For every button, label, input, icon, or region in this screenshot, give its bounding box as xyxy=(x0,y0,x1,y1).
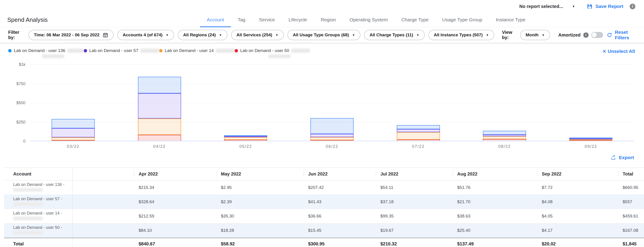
table-row[interactable]: Lab on Demand - user 57 -$328.64$2.39$41… xyxy=(4,195,644,209)
export-button[interactable]: Export xyxy=(610,155,634,160)
value-cell: $54.11 xyxy=(376,181,453,195)
chevron-down-icon: ▼ xyxy=(542,33,545,37)
total-value-cell: $300.95 xyxy=(304,238,376,247)
reset-filters-button[interactable]: Reset Filters xyxy=(607,29,636,40)
legend-label: Lab on Demand - user 57 xyxy=(89,48,138,53)
spacer-cell xyxy=(72,238,134,247)
bar-segment-lab-on-demand-user-14[interactable] xyxy=(310,137,354,140)
bar-segment-lab-on-demand-user-50[interactable] xyxy=(138,135,181,141)
view-by-value: Month xyxy=(526,32,538,37)
table-row[interactable]: Lab on Demand - user 50 -$84.10$18.28$15… xyxy=(4,223,644,238)
unselect-all-label: Unselect All xyxy=(608,49,635,54)
stacked-bar-08-22[interactable] xyxy=(483,131,526,141)
info-icon[interactable]: i xyxy=(583,32,588,38)
col-header-aug-2022[interactable]: Aug 2022 xyxy=(453,168,537,181)
legend-item-lab-on-demand-user-136[interactable]: Lab on Demand - user 136 xyxy=(8,48,84,58)
spacer-cell xyxy=(72,223,134,238)
filter-by-label: Filter by: xyxy=(8,30,24,40)
title-bar: Spend Analysis AccountTagServiceLifecycl… xyxy=(0,13,644,27)
col-header-sep-2022[interactable]: Sep 2022 xyxy=(537,168,618,181)
bar-segment-lab-on-demand-user-136[interactable] xyxy=(310,118,354,134)
bar-slot-03-22 xyxy=(30,64,116,141)
stacked-bar-03-22[interactable] xyxy=(52,119,95,141)
tab-charge-type[interactable]: Charge Type xyxy=(394,13,436,27)
view-by-dropdown[interactable]: Month ▼ xyxy=(520,30,550,40)
filter-pill-label: All Services (254) xyxy=(236,32,272,37)
col-header-jul-2022[interactable]: Jul 2022 xyxy=(376,168,453,181)
legend-item-lab-on-demand-user-14[interactable]: Lab on Demand - user 14 xyxy=(159,48,234,58)
col-header-jun-2022[interactable]: Jun 2022 xyxy=(304,168,376,181)
bar-segment-lab-on-demand-user-136[interactable] xyxy=(483,131,526,135)
legend-entry: Lab on Demand - user 57 xyxy=(84,48,159,53)
value-cell: $36.66 xyxy=(304,209,376,223)
table-row[interactable]: Lab on Demand - user 14 -$212.59$35.30$3… xyxy=(4,209,644,223)
report-selector-dropdown[interactable]: No report selected... ▼ xyxy=(519,4,575,9)
tab-account[interactable]: Account xyxy=(200,13,231,27)
bar-segment-lab-on-demand-user-57[interactable] xyxy=(310,134,354,137)
chart-legend: Lab on Demand - user 136Lab on Demand - … xyxy=(0,44,644,59)
info-icon[interactable]: i xyxy=(630,4,635,9)
legend-item-lab-on-demand-user-57[interactable]: Lab on Demand - user 57 xyxy=(84,48,159,58)
y-tick-label: $250 xyxy=(16,120,26,124)
value-cell: $37.18 xyxy=(376,195,453,209)
legend-item-lab-on-demand-user-50[interactable]: Lab on Demand - user 50 xyxy=(234,48,310,58)
total-value-cell: $210.32 xyxy=(376,238,453,247)
redacted-text xyxy=(13,202,43,206)
bar-segment-lab-on-demand-user-57[interactable] xyxy=(397,129,440,132)
col-header-spacer xyxy=(72,168,134,181)
value-cell: $99.35 xyxy=(376,209,453,223)
col-header-may-2022[interactable]: May 2022 xyxy=(216,168,304,181)
bar-segment-lab-on-demand-user-57[interactable] xyxy=(483,135,526,136)
redacted-text xyxy=(13,188,43,192)
save-report-button[interactable]: Save Report xyxy=(587,3,623,9)
bar-segment-lab-on-demand-user-14[interactable] xyxy=(397,132,440,140)
col-header-account[interactable]: Account xyxy=(4,168,72,181)
table-total-row: Total $840.67$58.92$300.95$210.32$137.49… xyxy=(4,238,644,247)
bar-segment-lab-on-demand-user-136[interactable] xyxy=(138,77,181,93)
filter-pill-all-services-254[interactable]: All Services (254)▼ xyxy=(231,30,284,40)
tab-tag[interactable]: Tag xyxy=(231,13,252,27)
filter-pill-all-regions-24[interactable]: All Regions (24)▼ xyxy=(178,30,227,40)
legend-items: Lab on Demand - user 136Lab on Demand - … xyxy=(8,48,310,58)
export-icon xyxy=(610,155,616,160)
tab-region[interactable]: Region xyxy=(314,13,343,27)
col-header-apr-2022[interactable]: Apr 2022 xyxy=(134,168,216,181)
spacer-cell xyxy=(72,181,134,195)
x-tick-label: 09/22 xyxy=(548,144,634,149)
stacked-bar-07-22[interactable] xyxy=(397,125,440,141)
filter-pill-accounts-4-of-674[interactable]: Accounts 4 (of 674)▼ xyxy=(117,30,174,40)
tab-service[interactable]: Service xyxy=(252,13,282,27)
bar-segment-lab-on-demand-user-14[interactable] xyxy=(138,119,181,135)
stacked-bar-06-22[interactable] xyxy=(310,118,354,141)
filter-pill-all-usage-type-groups-68[interactable]: All Usage Type Groups (68)▼ xyxy=(288,30,361,40)
account-name: Lab on Demand - user 14 - xyxy=(13,211,70,216)
table-row[interactable]: Lab on Demand - user 136 -$215.34$2.95$2… xyxy=(4,181,644,195)
tab-operating-system[interactable]: Operating System xyxy=(343,13,394,27)
x-tick-label: 04/22 xyxy=(116,144,203,149)
value-cell: $2.39 xyxy=(216,195,304,209)
amortized-toggle[interactable] xyxy=(591,32,603,38)
stacked-bar-04-22[interactable] xyxy=(138,77,181,141)
total-value-cell: $840.67 xyxy=(134,238,216,247)
tab-usage-type-group[interactable]: Usage Type Group xyxy=(436,13,489,27)
spacer-cell xyxy=(72,195,134,209)
bar-segment-lab-on-demand-user-136[interactable] xyxy=(52,119,95,128)
bar-segment-lab-on-demand-user-14[interactable] xyxy=(52,137,95,141)
col-header-total[interactable]: Total xyxy=(618,168,644,181)
bar-slot-04-22 xyxy=(116,64,203,141)
bar-segment-lab-on-demand-user-136[interactable] xyxy=(397,125,440,129)
filter-pill-all-charge-types-11[interactable]: All Charge Types (11)▼ xyxy=(364,30,425,40)
filter-pill-all-instance-types-507[interactable]: All Instance Types (507)▼ xyxy=(428,30,494,40)
stacked-bar-05-22[interactable] xyxy=(224,135,267,141)
unselect-all-button[interactable]: × Unselect All xyxy=(603,49,635,54)
account-cell: Lab on Demand - user 136 - xyxy=(4,181,72,195)
tab-lifecycle[interactable]: Lifecycle xyxy=(282,13,314,27)
bar-segment-lab-on-demand-user-57[interactable] xyxy=(138,93,181,119)
bar-segment-lab-on-demand-user-57[interactable] xyxy=(52,128,95,137)
spend-stacked-bar-chart: $1k$750$500$2500 03/2204/2205/2206/2207/… xyxy=(8,59,636,150)
bar-slot-05-22 xyxy=(202,64,289,141)
bar-segment-lab-on-demand-user-14[interactable] xyxy=(224,137,267,140)
tab-instance-type[interactable]: Instance Type xyxy=(489,13,532,27)
time-range-filter[interactable]: Time: 06 Mar 2022 - 06 Sep 2022 xyxy=(28,30,114,40)
bar-segment-lab-on-demand-user-14[interactable] xyxy=(483,136,526,139)
